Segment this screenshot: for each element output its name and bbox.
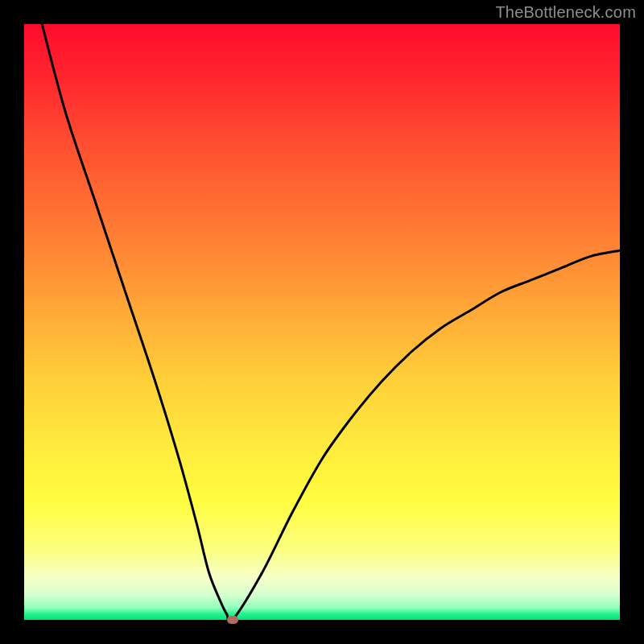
bottleneck-marker [227, 616, 238, 624]
bottleneck-curve [24, 24, 620, 620]
plot-area [24, 24, 620, 620]
watermark: TheBottleneck.com [495, 3, 636, 22]
chart-frame: TheBottleneck.com [0, 0, 644, 644]
curve-path [42, 24, 620, 620]
